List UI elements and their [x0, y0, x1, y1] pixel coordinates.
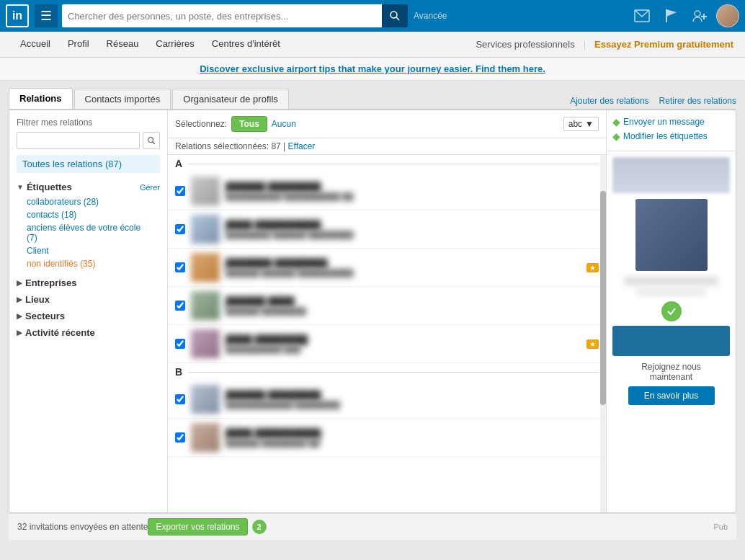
contact-avatar	[191, 423, 220, 452]
filter-sidebar: Filtrer mes relations Toutes les relatio…	[9, 110, 168, 512]
advanced-search-button[interactable]: Avancée	[414, 11, 447, 21]
contact-checkbox[interactable]	[175, 432, 185, 443]
scrollbar-thumb[interactable]	[600, 191, 606, 406]
contacts-toolbar: Sélectionnez: Tous Aucun abc ▼	[168, 110, 606, 138]
secteurs-section[interactable]: ▶ Secteurs	[17, 308, 160, 324]
contact-name: ████ ██████████	[226, 220, 599, 231]
tab-organisateur[interactable]: Organisateur de profils	[172, 89, 289, 109]
bottom-bar: 32 invitations envoyées en attente Expor…	[9, 513, 736, 540]
etiquettes-label: Étiquettes	[27, 182, 72, 192]
contact-checkbox[interactable]	[175, 301, 185, 311]
nav-reseau[interactable]: Réseau	[98, 32, 148, 58]
contact-title: ████████████ ████████	[226, 401, 599, 409]
ajouter-relations-link[interactable]: Ajouter des relations	[570, 96, 648, 106]
effacer-link[interactable]: Effacer	[288, 141, 316, 151]
contact-avatar	[191, 385, 220, 414]
nav-profil[interactable]: Profil	[59, 32, 98, 58]
contact-name: ██████ ████████	[226, 182, 599, 192]
entreprises-label: Entreprises	[25, 277, 77, 288]
contact-title: ██████ ████████ ██	[226, 439, 599, 448]
messages-button[interactable]	[630, 4, 654, 28]
tab-relations[interactable]: Relations	[9, 88, 73, 109]
secteurs-label: Secteurs	[25, 311, 65, 321]
alpha-letter-b: B	[175, 366, 182, 378]
alpha-header-a: A	[168, 155, 606, 172]
envoyer-message-link[interactable]: ◆ Envoyer un message	[612, 116, 730, 128]
contact-card-badge	[661, 301, 682, 321]
nav-accueil[interactable]: Accueil	[12, 32, 59, 58]
contacts-scroll[interactable]: A ██████ ████████ ██████████ ██████████ …	[168, 155, 606, 512]
abc-dropdown[interactable]: abc ▼	[563, 117, 599, 131]
contact-info: ██████ ████████ ██████████ ██████████ ██	[226, 182, 599, 201]
tabs-bar: Relations Contacts importés Organisateur…	[9, 88, 570, 109]
relations-count-bar: Relations sélectionnées: 87 | Effacer	[168, 138, 606, 155]
hamburger-button[interactable]: ☰	[35, 4, 58, 27]
tag-client[interactable]: Client	[17, 244, 160, 257]
contact-checkbox[interactable]	[175, 339, 185, 349]
entreprises-section[interactable]: ▶ Entreprises	[17, 275, 160, 291]
exporter-button[interactable]: Exporter vos relations	[148, 518, 247, 535]
flag-button[interactable]	[659, 4, 683, 28]
retirer-relations-link[interactable]: Retirer des relations	[659, 96, 736, 106]
modifier-etiquettes-link[interactable]: ◆ Modifier les étiquettes	[612, 130, 730, 142]
alpha-group-b: B ██████ ████████ ████████████ ████████	[168, 363, 606, 457]
dropdown-arrow-icon: ▼	[585, 119, 594, 129]
toutes-relations-item[interactable]: Toutes les relations (87)	[17, 155, 160, 173]
etiquettes-header[interactable]: ▼ Étiquettes Gérer	[17, 179, 160, 195]
nav-carrieres[interactable]: Carrières	[147, 32, 202, 58]
selected-actions: ◆ Envoyer un message ◆ Modifier les étiq…	[607, 110, 736, 151]
contact-checkbox[interactable]	[175, 394, 185, 404]
contact-avatar	[191, 253, 220, 282]
badge-icon	[666, 306, 677, 316]
contact-row[interactable]: ██████ ████████ ██████████ ██████████ ██	[168, 172, 606, 210]
aucun-button[interactable]: Aucun	[272, 119, 296, 129]
filter-search-input[interactable]	[17, 132, 140, 149]
vertical-scrollbar[interactable]	[600, 155, 606, 512]
add-person-icon	[692, 9, 708, 22]
search-input[interactable]	[62, 4, 382, 27]
top-nav-icons	[630, 4, 739, 28]
nav-centres[interactable]: Centres d'intérêt	[203, 32, 289, 58]
svg-point-0	[391, 12, 397, 18]
avatar[interactable]	[716, 4, 739, 27]
contact-row[interactable]: ██████ ████████ ████████████ ████████	[168, 381, 606, 419]
contact-row[interactable]: ███████ ████████ ██████ ██████ █████████…	[168, 249, 606, 287]
tag-anciens-eleves[interactable]: anciens élèves de votre école (7)	[17, 221, 160, 244]
contact-name: ██████ ████	[226, 296, 599, 307]
add-connection-button[interactable]	[687, 4, 712, 28]
contact-row[interactable]: ██████ ████ ██████ ████████	[168, 287, 606, 325]
contact-info: ███████ ████████ ██████ ██████ █████████…	[226, 258, 584, 277]
contact-row[interactable]: ████ ████████ ██████████ ███ ★	[168, 325, 606, 363]
en-savoir-plus-button[interactable]: En savoir plus	[628, 386, 715, 405]
banner-link[interactable]: Discover exclusive airport tips that mak…	[200, 63, 545, 74]
bullet-icon: ◆	[612, 116, 620, 128]
contact-checkbox[interactable]	[175, 186, 185, 196]
contact-checkbox[interactable]	[175, 224, 185, 234]
contact-checkbox[interactable]	[175, 262, 185, 272]
contact-row[interactable]: ████ ██████████ ████████ ██████ ████████	[168, 210, 606, 249]
rejoignez-text: Rejoignez nous maintenant	[612, 362, 730, 382]
tag-collaborateurs[interactable]: collaborateurs (28)	[17, 195, 160, 208]
contact-title: ██████ ██████ ██████████	[226, 269, 584, 277]
contact-card-name-blur	[624, 277, 718, 285]
search-button[interactable]	[382, 4, 408, 27]
svg-point-5	[695, 11, 700, 17]
tous-button[interactable]: Tous	[231, 116, 267, 132]
abc-label: abc	[568, 119, 582, 129]
contact-name: ██████ ████████	[226, 390, 599, 401]
gerer-link[interactable]: Gérer	[140, 183, 160, 192]
nav-services-professionnels[interactable]: Services professionnels	[476, 39, 574, 50]
lieux-label: Lieux	[25, 294, 50, 305]
contact-name: ████ ██████████	[226, 428, 599, 439]
nav-premium[interactable]: Essayez Premium gratuitement	[594, 39, 733, 50]
tab-contacts-importes[interactable]: Contacts importés	[74, 89, 171, 109]
activite-section[interactable]: ▶ Activité récente	[17, 324, 160, 341]
contact-row[interactable]: ████ ██████████ ██████ ████████ ██	[168, 419, 606, 457]
tag-non-identifies[interactable]: non identifiés (35)	[17, 257, 160, 270]
tag-contacts[interactable]: contacts (18)	[17, 208, 160, 221]
etiquettes-arrow-icon: ▼	[17, 183, 24, 191]
filter-search-button[interactable]	[143, 132, 160, 149]
linkedin-logo[interactable]: in	[6, 4, 29, 27]
lieux-section[interactable]: ▶ Lieux	[17, 291, 160, 308]
etiquettes-tags: collaborateurs (28) contacts (18) ancien…	[17, 195, 160, 270]
